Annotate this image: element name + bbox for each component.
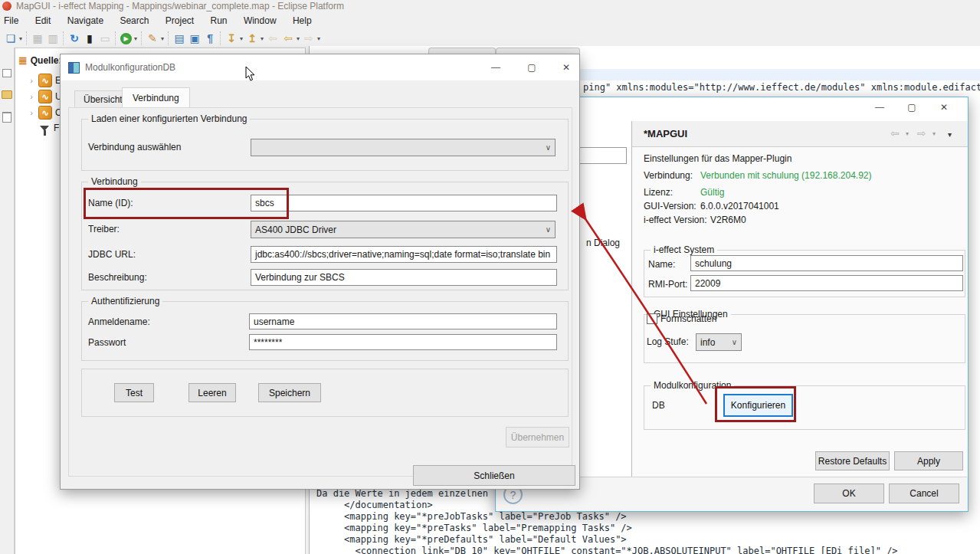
tree-expand-icon[interactable]: › [28,92,35,101]
cancel-button[interactable]: Cancel [889,484,959,503]
maximize-icon[interactable]: ▢ [520,62,543,73]
fast-view-bar [0,48,15,554]
plugin-settings-heading: Einstellungen für das Mapper-Plugin [644,153,792,164]
maximize-icon[interactable]: ▢ [900,102,923,113]
toolbar-separator [115,31,116,45]
import-icon[interactable]: ↧ [224,31,239,46]
module-dialog-titlebar[interactable]: ModulkonfigurationDB — ▢ ✕ [61,54,579,80]
ieffect-system-group: i-effect System Name: schulung RMI-Port:… [644,250,965,297]
formschatten-label[interactable]: Formschatten [660,313,716,324]
export-icon[interactable]: ↥ [244,31,260,46]
db-label: DB [652,400,665,411]
minimize-icon[interactable]: — [484,62,507,73]
apply-button[interactable]: Apply [894,451,963,470]
ieffect-version-value: V2R6M0 [710,215,746,225]
menu-navigate[interactable]: Navigate [61,13,110,28]
close-icon[interactable]: ✕ [932,102,955,113]
forward-icon[interactable]: ⇨ [301,31,316,46]
preferences-page-header: *MAPGUI ⇦ ▾ ⇨ ▾ ▾ [632,121,968,147]
save-all-icon[interactable]: ▥ [45,31,61,46]
log-level-select[interactable]: info ∨ [696,333,742,351]
select-connection-select[interactable]: ∨ [251,139,556,156]
back-icon[interactable]: ⇦ [280,31,296,46]
view-menu-icon[interactable]: ▾ [948,130,952,139]
forward-dropdown-icon[interactable]: ▾ [317,35,320,42]
name-id-input[interactable]: sbcs [251,195,557,211]
xml-code-line[interactable]: <connection link="DB 10" key="OHTFILE" c… [316,546,898,554]
gui-settings-group: GUI Einstellungen Formschatten Log Stufe… [644,314,965,363]
history-forward-dropdown-icon[interactable]: ▾ [932,130,936,137]
username-input[interactable]: username [249,313,557,329]
export-dropdown-icon[interactable]: ▾ [261,35,264,42]
history-back-dropdown-icon[interactable]: ▾ [906,130,909,137]
xml-code-line[interactable]: <mapping key="*preTasks" label="Premappi… [316,523,632,533]
auth-group: Authentifizierung Anmeldename: username … [81,301,569,361]
restore-view-icon[interactable] [2,69,11,77]
restore-defaults-button[interactable]: Restore Defaults [815,451,890,470]
driver-select[interactable]: AS400 JDBC Driver ∨ [251,221,556,238]
server-icon[interactable]: ▮ [82,31,97,46]
back-dropdown-icon[interactable]: ▾ [297,35,300,42]
save-connection-button[interactable]: Speichern [258,383,321,402]
menu-search[interactable]: Search [113,13,156,28]
toolbar-separator [26,31,28,45]
map-icon[interactable]: ▭ [97,31,113,46]
xml-code-line[interactable]: Da die Werte in jedem einzelnen [316,488,488,499]
last-edit-location-icon[interactable]: ⇦ [265,31,280,46]
folder-icon[interactable] [2,90,12,99]
menu-file[interactable]: File [0,13,25,28]
history-back-icon[interactable]: ⇦ [890,127,900,139]
close-dialog-button[interactable]: Schließen [413,465,575,486]
tree-expand-icon[interactable]: › [28,76,35,85]
formschatten-checkbox[interactable] [647,313,657,324]
clear-button[interactable]: Leeren [188,383,236,402]
system-name-input[interactable]: schulung [690,255,963,271]
outline-icon[interactable]: ▣ [187,31,202,46]
menu-help[interactable]: Help [286,13,319,28]
xml-code-line[interactable]: </documentation> [316,500,433,510]
menu-project[interactable]: Project [159,13,201,28]
close-icon[interactable]: ✕ [555,62,578,73]
license-status: Gültig [700,187,724,198]
new-wizard-icon[interactable]: ❏ [3,31,18,46]
gui-version-value: 6.0.0.v2017041001 [700,201,779,211]
pen-dropdown-icon[interactable]: ▾ [161,35,164,42]
ok-button[interactable]: OK [814,484,884,503]
document-icon[interactable] [2,112,11,123]
xml-code-line[interactable]: ping" xmlns:modules="http://www.ieffect.… [583,82,980,93]
module-config-dialog: ModulkonfigurationDB — ▢ ✕ Übersicht Ver… [60,54,580,490]
toolbar-separator [63,31,64,45]
refresh-icon[interactable]: ↻ [67,31,82,46]
partial-hidden-label: n Dialog [586,238,620,248]
run-dropdown-icon[interactable]: ▾ [134,35,137,42]
xml-code-line[interactable]: <mapping key="*preDefaults" label="Defau… [316,534,627,545]
pilcrow-icon[interactable]: ¶ [202,31,218,46]
rmi-port-input[interactable]: 22009 [690,275,963,291]
apply-changes-button[interactable]: Übernehmen [506,427,569,447]
password-input[interactable]: ******** [249,334,557,350]
menu-run[interactable]: Run [204,13,234,28]
menu-edit[interactable]: Edit [28,13,58,28]
module-config-group: Modulkonfiguration DB Konfigurieren [644,385,965,430]
toolbar-separator [168,31,169,45]
auth-legend: Authentifizierung [88,296,162,307]
run-icon[interactable]: ▶ [120,33,132,44]
history-forward-icon[interactable]: ⇨ [917,127,926,139]
menu-window[interactable]: Window [237,13,284,28]
description-input[interactable]: Verbindung zur SBCS [251,269,557,286]
test-button[interactable]: Test [114,383,154,402]
link-editor-icon[interactable]: ▤ [172,31,187,46]
jdbc-url-input[interactable]: jdbc:as400://sbcs;driver=native;naming=s… [251,246,557,263]
pen-icon[interactable]: ✎ [145,31,160,46]
save-icon[interactable]: ▦ [30,31,45,46]
xml-code-line[interactable]: <mapping key="*preJobTasks" label="PreJo… [316,511,627,522]
import-dropdown-icon[interactable]: ▾ [240,35,243,42]
tab-verbindung[interactable]: Verbindung [122,87,190,109]
chevron-down-icon: ∨ [732,338,737,346]
tree-expand-icon[interactable]: › [28,108,35,117]
minimize-icon[interactable]: — [868,102,891,113]
toolbar-separator [141,31,143,45]
window-titlebar: MapGUI - i-effect Mapping - Mappings/web… [0,0,980,13]
new-wizard-dropdown-icon[interactable]: ▾ [19,35,22,42]
rmi-port-label: RMI-Port: [648,279,687,290]
